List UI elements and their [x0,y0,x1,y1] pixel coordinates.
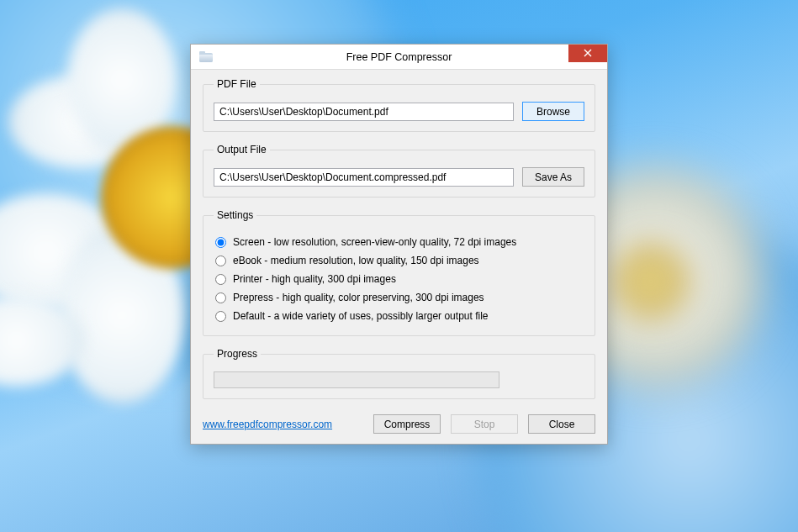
website-link[interactable]: www.freepdfcompressor.com [203,419,332,430]
output-file-legend: Output File [214,144,270,155]
close-icon [584,48,592,60]
settings-option-label[interactable]: Screen - low resolution, screen-view-onl… [233,236,516,248]
pdf-file-input[interactable] [214,103,514,121]
settings-radio[interactable] [215,274,226,285]
compress-button[interactable]: Compress [373,414,441,434]
settings-legend: Settings [214,209,256,221]
window-content: PDF File Browse Output File Save As Sett… [191,70,607,444]
pdf-file-legend: PDF File [214,78,260,90]
settings-option[interactable]: eBook - medium resolution, low quality, … [214,251,584,270]
pdf-file-group: PDF File Browse [203,78,595,132]
footer: www.freepdfcompressor.com Compress Stop … [203,411,595,434]
settings-option-label[interactable]: eBook - medium resolution, low quality, … [233,255,479,266]
app-window: Free PDF Compressor PDF File Browse Outp… [190,44,608,445]
settings-radio[interactable] [215,311,226,322]
output-file-group: Output File Save As [203,144,595,198]
settings-option-label[interactable]: Default - a wide variety of uses, possib… [233,310,488,322]
settings-option-label[interactable]: Prepress - high quality, color preservin… [233,292,484,303]
stop-button[interactable]: Stop [451,414,518,434]
settings-group: Settings Screen - low resolution, screen… [203,209,595,336]
settings-radio[interactable] [215,292,226,303]
settings-option-label[interactable]: Printer - high quality, 300 dpi images [233,273,396,285]
close-button[interactable]: Close [528,414,595,434]
window-title: Free PDF Compressor [191,51,607,63]
close-window-button[interactable] [568,45,607,62]
settings-radio[interactable] [215,237,226,248]
settings-option[interactable]: Printer - high quality, 300 dpi images [214,270,584,288]
progress-legend: Progress [214,348,261,360]
settings-option[interactable]: Screen - low resolution, screen-view-onl… [214,233,584,251]
titlebar[interactable]: Free PDF Compressor [191,45,607,70]
output-file-input[interactable] [214,168,514,187]
progress-group: Progress [203,348,595,399]
browse-button[interactable]: Browse [522,102,584,121]
settings-radio[interactable] [215,255,226,266]
save-as-button[interactable]: Save As [522,167,584,187]
settings-option[interactable]: Default - a wide variety of uses, possib… [214,307,584,325]
progress-bar [214,371,499,388]
settings-option[interactable]: Prepress - high quality, color preservin… [214,288,584,307]
wallpaper-flower-center [613,244,689,319]
